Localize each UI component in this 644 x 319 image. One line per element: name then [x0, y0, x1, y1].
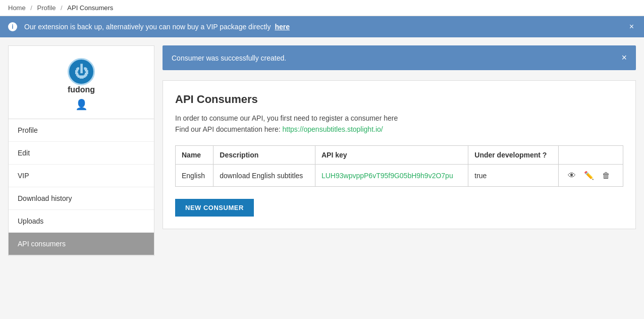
main-layout: ⏻ fudong 👤 Profile Edit VIP Download his…	[0, 37, 644, 264]
top-alert-close-button[interactable]: ×	[627, 22, 636, 31]
row-apikey: LUH93wpvppP6vT95f9G05bH9h9v2O7pu	[315, 165, 468, 187]
sidebar-item-api-consumers[interactable]: API consumers	[9, 233, 154, 255]
sidebar-nav: Profile Edit VIP Download history Upload…	[9, 119, 154, 255]
sidebar-link-edit[interactable]: Edit	[9, 142, 154, 164]
sidebar-link-uploads[interactable]: Uploads	[9, 210, 154, 232]
row-description: download English subtitles	[213, 165, 315, 187]
top-alert-message: Our extension is back up, alternatively …	[24, 23, 271, 31]
top-alert-banner: i Our extension is back up, alternativel…	[0, 16, 644, 37]
breadcrumb: Home / Profile / API Consumers	[0, 0, 644, 16]
info-icon: i	[8, 22, 17, 31]
breadcrumb-profile[interactable]: Profile	[37, 4, 56, 12]
row-actions: 👁 ✏️ 🗑	[558, 165, 623, 187]
sidebar-item-vip[interactable]: VIP	[9, 165, 154, 187]
sidebar-item-download-history[interactable]: Download history	[9, 187, 154, 210]
description-1: In order to consume our API, you first n…	[175, 114, 623, 122]
sidebar-item-uploads[interactable]: Uploads	[9, 210, 154, 233]
sidebar-link-download-history[interactable]: Download history	[9, 187, 154, 209]
edit-button[interactable]: ✏️	[581, 170, 597, 181]
sidebar-link-profile[interactable]: Profile	[9, 119, 154, 141]
breadcrumb-home[interactable]: Home	[8, 4, 26, 12]
col-header-name: Name	[176, 146, 213, 165]
sidebar-link-vip[interactable]: VIP	[9, 165, 154, 187]
sidebar-username: fudong	[68, 85, 95, 94]
content-box: API Consumers In order to consume our AP…	[163, 80, 636, 229]
success-alert-message: Consumer was successfully created.	[172, 54, 286, 62]
delete-button[interactable]: 🗑	[599, 170, 613, 181]
view-button[interactable]: 👁	[565, 170, 579, 181]
success-alert: Consumer was successfully created. ×	[163, 45, 636, 70]
sidebar-item-profile[interactable]: Profile	[9, 119, 154, 142]
user-badge-icon: 👤	[75, 98, 88, 111]
col-header-description: Description	[213, 146, 315, 165]
top-alert-link[interactable]: here	[275, 23, 290, 31]
api-key-link[interactable]: LUH93wpvppP6vT95f9G05bH9h9v2O7pu	[321, 172, 453, 180]
page-title: API Consumers	[175, 93, 623, 106]
row-under-development: true	[468, 165, 558, 187]
sidebar: ⏻ fudong 👤 Profile Edit VIP Download his…	[8, 45, 154, 256]
col-header-apikey: API key	[315, 146, 468, 165]
new-consumer-button[interactable]: NEW CONSUMER	[175, 199, 254, 217]
table-header-row: Name Description API key Under developme…	[176, 146, 623, 165]
row-name: English	[176, 165, 213, 187]
api-doc-link[interactable]: https://opensubtitles.stoplight.io/	[282, 125, 383, 133]
description-2: Find our API documentation here: https:/…	[175, 125, 623, 133]
col-header-actions	[558, 146, 623, 165]
breadcrumb-current: API Consumers	[67, 4, 113, 12]
sidebar-profile: ⏻ fudong 👤	[9, 46, 154, 119]
avatar: ⏻	[68, 58, 95, 85]
success-alert-close-button[interactable]: ×	[621, 52, 627, 63]
table-row: English download English subtitles LUH93…	[176, 165, 623, 187]
api-table: Name Description API key Under developme…	[175, 145, 623, 187]
sidebar-item-edit[interactable]: Edit	[9, 142, 154, 165]
col-header-under-development: Under development ?	[468, 146, 558, 165]
main-content: Consumer was successfully created. × API…	[163, 45, 636, 229]
sidebar-link-api-consumers[interactable]: API consumers	[9, 233, 154, 255]
